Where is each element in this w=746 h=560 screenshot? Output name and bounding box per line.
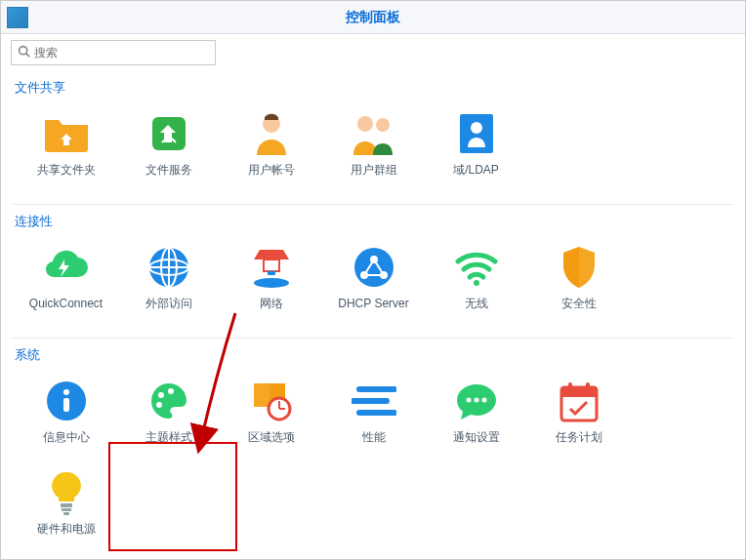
svg-point-36: [474, 398, 478, 403]
section-title: 系统: [15, 342, 731, 364]
item-label: QuickConnect: [27, 297, 104, 311]
group-icon: [349, 108, 399, 159]
svg-rect-42: [61, 503, 72, 507]
svg-point-4: [357, 116, 373, 132]
item-external-access[interactable]: 外部访问: [117, 236, 220, 328]
svg-point-37: [481, 398, 486, 403]
item-label: 外部访问: [144, 297, 194, 311]
dhcp-icon: [349, 242, 399, 293]
item-label: 通知设置: [451, 430, 502, 445]
svg-point-15: [254, 278, 289, 288]
item-label: 文件服务: [144, 163, 194, 178]
svg-rect-13: [264, 260, 279, 271]
titlebar: 控制面板: [1, 1, 745, 34]
shield-icon: [554, 242, 604, 293]
bulb-icon: [41, 467, 92, 518]
item-label: 信息中心: [41, 430, 92, 445]
item-domain-ldap[interactable]: 域/LDAP: [425, 102, 527, 194]
window-title: 控制面板: [1, 9, 745, 26]
item-hardware-power[interactable]: 硬件和电源: [15, 461, 117, 553]
item-label: 无线: [463, 297, 490, 311]
item-themes[interactable]: 主题样式: [117, 370, 220, 461]
svg-point-22: [63, 389, 69, 395]
palette-icon: [144, 376, 194, 426]
item-label: 用户帐号: [246, 163, 297, 178]
item-task-scheduler[interactable]: 任务计划: [527, 370, 630, 461]
item-security[interactable]: 安全性: [527, 236, 630, 328]
item-label: 主题样式: [144, 430, 194, 445]
section-fileshare: 文件共享 共享文件夹 文件服务 用户帐号 用户群组: [1, 71, 745, 204]
item-performance[interactable]: 性能: [322, 370, 425, 461]
ldap-icon: [451, 108, 502, 159]
item-label: 域/LDAP: [451, 163, 501, 178]
item-file-services[interactable]: 文件服务: [117, 102, 220, 194]
item-notifications[interactable]: 通知设置: [425, 370, 527, 461]
svg-rect-27: [254, 383, 269, 407]
svg-rect-41: [586, 382, 590, 392]
search-input-wrap[interactable]: [11, 40, 216, 65]
svg-point-25: [168, 388, 174, 394]
performance-icon: [349, 376, 399, 426]
svg-point-0: [20, 47, 27, 55]
item-user-group[interactable]: 用户群组: [322, 102, 425, 194]
folder-share-icon: [41, 108, 92, 159]
svg-point-7: [471, 122, 482, 134]
svg-rect-44: [63, 512, 69, 515]
item-label: 用户群组: [349, 163, 399, 178]
calendar-icon: [554, 376, 604, 426]
item-label: 网络: [258, 297, 285, 311]
svg-line-1: [26, 54, 29, 57]
item-label: 安全性: [560, 297, 599, 311]
svg-point-5: [376, 118, 390, 132]
item-label: DHCP Server: [336, 297, 410, 311]
search-bar: [1, 34, 745, 71]
section-connectivity: 连接性 QuickConnect 外部访问 网络 DHCP Server: [1, 205, 745, 338]
globe-icon: [144, 242, 194, 293]
svg-point-24: [158, 392, 164, 398]
regional-icon: [246, 376, 297, 426]
svg-rect-14: [268, 271, 275, 275]
network-icon: [246, 242, 297, 293]
item-quickconnect[interactable]: QuickConnect: [15, 236, 117, 328]
svg-point-35: [466, 398, 471, 403]
search-input[interactable]: [34, 46, 209, 60]
svg-point-26: [156, 402, 162, 408]
item-label: 共享文件夹: [35, 163, 98, 178]
svg-rect-39: [561, 387, 597, 397]
svg-rect-23: [63, 398, 69, 412]
svg-point-20: [474, 280, 479, 286]
item-label: 性能: [360, 430, 388, 445]
svg-point-16: [354, 248, 394, 287]
info-icon: [41, 376, 92, 426]
item-wireless[interactable]: 无线: [425, 236, 527, 328]
item-label: 任务计划: [554, 430, 604, 445]
svg-rect-43: [62, 508, 71, 511]
item-dhcp-server[interactable]: DHCP Server: [322, 236, 425, 328]
item-shared-folder[interactable]: 共享文件夹: [15, 102, 117, 194]
section-title: 文件共享: [15, 75, 731, 97]
search-icon: [18, 45, 30, 60]
item-network[interactable]: 网络: [220, 236, 322, 328]
cloud-bolt-icon: [41, 242, 92, 293]
item-label: 区域选项: [246, 430, 297, 445]
svg-rect-40: [568, 382, 572, 392]
item-info-center[interactable]: 信息中心: [15, 370, 117, 461]
section-title: 连接性: [15, 209, 731, 230]
item-label: 硬件和电源: [35, 522, 98, 537]
section-system: 系统 信息中心 主题样式 区域选项 性能: [1, 339, 745, 560]
file-services-icon: [144, 108, 194, 159]
chat-icon: [451, 376, 502, 426]
item-regional[interactable]: 区域选项: [220, 370, 322, 461]
wifi-icon: [451, 242, 502, 293]
user-icon: [246, 108, 297, 159]
item-user-account[interactable]: 用户帐号: [220, 102, 322, 194]
